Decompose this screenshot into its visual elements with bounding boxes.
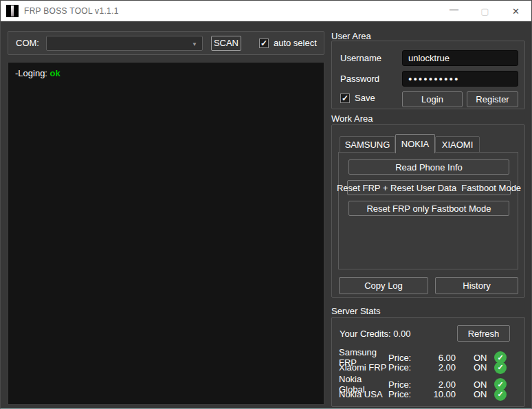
username-value: unlocktrue <box>408 53 450 63</box>
copy-log-button[interactable]: Copy Log <box>339 277 428 294</box>
log-output[interactable]: -Loging: ok <box>8 62 324 405</box>
register-button[interactable]: Register <box>467 91 518 107</box>
app-icon <box>6 5 19 17</box>
reset-frp-userdata-button[interactable]: Reset FRP + Reset User Data Fastboot Mod… <box>347 180 511 195</box>
save-checkbox[interactable]: ✓ <box>340 93 350 103</box>
status-text: ON <box>474 389 494 399</box>
window-controls: — ▢ ✕ <box>439 1 531 21</box>
price-value: 10.00 <box>428 389 456 399</box>
maximize-icon: ▢ <box>480 6 489 16</box>
price-value: 2.00 <box>428 379 456 390</box>
reset-frp-only-button[interactable]: Reset FRP only Fastboot Mode <box>348 201 509 216</box>
username-field[interactable]: unlocktrue <box>402 50 518 66</box>
price-row-samsung-frp: Samsung FRP Price: 6.00 ON ✓ <box>339 347 522 361</box>
minimize-icon: — <box>450 4 458 14</box>
service-name: Xiaomi FRP <box>339 362 388 373</box>
auto-select-label: auto select <box>274 38 317 48</box>
credits-text: Your Credits: 0.00 <box>340 329 411 339</box>
price-row-nokia-usa: Nokia USA Price: 10.00 ON ✓ <box>339 388 522 401</box>
com-label: COM: <box>16 38 39 48</box>
price-label: Price: <box>388 362 428 373</box>
minimize-button[interactable]: — <box>439 1 469 21</box>
server-stats-title: Server Stats <box>331 306 381 316</box>
status-on-icon: ✓ <box>494 388 507 401</box>
window-title: FRP BOSS TOOL v1.1.1 <box>24 6 119 16</box>
chevron-down-icon: ▼ <box>192 41 197 47</box>
tab-xiaomi[interactable]: XIAOMI <box>435 136 480 153</box>
nokia-tab-panel: Read Phone Info Reset FRP + Reset User D… <box>338 152 518 269</box>
password-field[interactable]: ●●●●●●●●●● <box>402 71 518 87</box>
price-row-xiaomi-frp: Xiaomi FRP Price: 2.00 ON ✓ <box>339 361 522 375</box>
log-line: -Loging: <box>15 68 50 78</box>
status-text: ON <box>474 379 494 390</box>
scan-button[interactable]: SCAN <box>211 36 241 51</box>
login-button[interactable]: Login <box>402 91 463 107</box>
price-row-nokia-global: Nokia Global Price: 2.00 ON ✓ <box>339 374 522 388</box>
status-text: ON <box>474 362 494 373</box>
price-value: 2.00 <box>428 362 456 373</box>
user-area-title: User Area <box>331 31 371 41</box>
log-status: ok <box>50 68 60 78</box>
work-area-title: Work Area <box>331 113 373 124</box>
status-text: ON <box>474 353 494 363</box>
service-name: Nokia USA <box>339 389 388 399</box>
com-panel: COM: ▼ SCAN ✓ auto select <box>8 31 324 55</box>
price-label: Price: <box>388 353 428 363</box>
save-label: Save <box>355 93 375 103</box>
user-area-group: Username unlocktrue Password ●●●●●●●●●● … <box>331 41 525 109</box>
maximize-button[interactable]: ▢ <box>469 1 500 21</box>
read-phone-info-button[interactable]: Read Phone Info <box>348 159 509 175</box>
app-window: FRP BOSS TOOL v1.1.1 — ▢ ✕ COM: ▼ SCAN ✓… <box>0 0 532 409</box>
price-label: Price: <box>388 379 428 390</box>
price-label: Price: <box>388 389 428 399</box>
auto-select-checkbox[interactable]: ✓ <box>259 38 269 48</box>
price-list: Samsung FRP Price: 6.00 ON ✓ Xiaomi FRP … <box>339 347 522 401</box>
history-button[interactable]: History <box>435 277 518 294</box>
password-value: ●●●●●●●●●● <box>408 76 459 82</box>
price-value: 6.00 <box>428 353 456 363</box>
close-icon: ✕ <box>512 6 520 16</box>
refresh-button[interactable]: Refresh <box>457 325 510 342</box>
titlebar: FRP BOSS TOOL v1.1.1 — ▢ ✕ <box>1 1 531 21</box>
status-on-icon: ✓ <box>494 362 507 374</box>
com-port-dropdown[interactable]: ▼ <box>46 36 203 51</box>
tab-samsung[interactable]: SAMSUNG <box>340 136 395 153</box>
close-button[interactable]: ✕ <box>500 1 531 21</box>
server-stats-group: Your Credits: 0.00 Refresh Samsung FRP P… <box>331 317 525 407</box>
tab-nokia[interactable]: NOKIA <box>395 134 435 153</box>
work-area-group: SAMSUNG NOKIA XIAOMI Read Phone Info Res… <box>331 124 525 298</box>
password-label: Password <box>340 74 379 84</box>
username-label: Username <box>340 53 381 63</box>
